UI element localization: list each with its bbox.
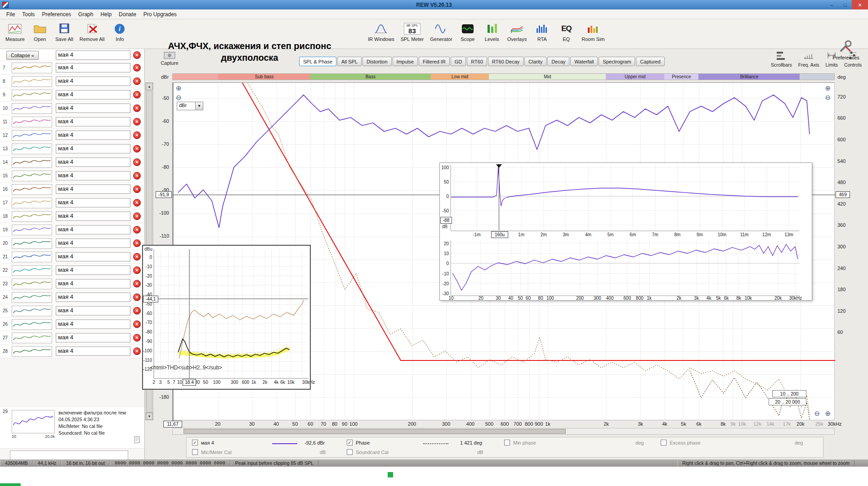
menu-item[interactable]: Tools	[18, 10, 38, 18]
delete-measurement-button[interactable]: ×	[133, 64, 141, 72]
measurement-visible-checkbox[interactable]: ✓	[192, 440, 198, 446]
measurement-name-field[interactable]: мая 4	[56, 144, 130, 153]
graph-tab[interactable]: Decay	[547, 57, 569, 66]
menu-item[interactable]: Graph	[75, 10, 97, 18]
measurement-name-field[interactable]: мая 4	[56, 279, 130, 288]
delete-measurement-button[interactable]: ×	[133, 51, 141, 59]
measurement-row-expanded[interactable]: 29 20 20,0k включение фильтра после тем …	[0, 407, 145, 449]
graph-tab[interactable]: RT60	[467, 57, 487, 66]
zoom-in-icon[interactable]: ⊕	[176, 85, 182, 92]
measurement-row[interactable]: 10 мая 4 ×	[0, 102, 144, 115]
zoom-out-icon[interactable]: ⊖	[825, 94, 831, 101]
save-all-button[interactable]: Save All	[53, 20, 76, 43]
generator-button[interactable]: Generator	[427, 20, 455, 43]
remove-all-button[interactable]: Remove All	[77, 20, 107, 43]
zoom-out-icon[interactable]: ⊖	[814, 410, 820, 417]
limits-button[interactable]: Limits	[825, 50, 837, 68]
measurement-row[interactable]: 18 мая 4 ×	[0, 210, 144, 223]
zoom-in-icon[interactable]: ⊕	[825, 85, 831, 92]
graph-tab[interactable]: GD	[451, 57, 466, 66]
measurement-name-field[interactable]: мая 4	[56, 90, 130, 99]
measurement-name-field[interactable]: мая 4	[56, 238, 130, 248]
capture-button[interactable]: Capture	[157, 51, 182, 66]
measurement-row[interactable]: 19 мая 4 ×	[0, 223, 144, 237]
delete-measurement-button[interactable]: ×	[133, 266, 141, 274]
frequency-range-box[interactable]: 10 .. 200	[772, 390, 806, 397]
graph-tab[interactable]: Impulse	[393, 57, 418, 66]
delete-measurement-button[interactable]: ×	[133, 158, 141, 166]
ir-windows-button[interactable]: IR Windows	[365, 20, 397, 43]
measurement-row[interactable]: 17 мая 4 ×	[0, 196, 144, 210]
graph-tab[interactable]: Captured	[636, 57, 664, 66]
measurement-notes-box[interactable]	[10, 450, 128, 459]
scroll-up-arrow[interactable]: ▲	[146, 83, 153, 90]
measurement-row[interactable]: 28 мая 4 ×	[0, 345, 144, 358]
measurement-row[interactable]: 21 мая 4 ×	[0, 250, 144, 264]
min-phase-checkbox[interactable]	[504, 440, 510, 446]
measurement-name-field[interactable]: мая 4	[56, 320, 130, 329]
menu-item[interactable]: Donate	[115, 10, 140, 18]
measurement-name-field[interactable]: мая 4	[56, 212, 130, 221]
title-bar[interactable]: REW V5.20.13 – □ ×	[0, 0, 868, 9]
delete-measurement-button[interactable]: ×	[133, 307, 141, 315]
excess-phase-checkbox[interactable]	[661, 440, 667, 446]
measurement-row[interactable]: 22 мая 4 ×	[0, 264, 144, 277]
measurement-row[interactable]: 27 мая 4 ×	[0, 331, 144, 345]
horizontal-scroll-thumb[interactable]	[183, 429, 566, 434]
graph-tab[interactable]: Distortion	[362, 57, 391, 66]
phase-visible-checkbox[interactable]: ✓	[347, 440, 353, 446]
measurement-name-field[interactable]: мая 4	[56, 158, 130, 167]
measurement-name-field[interactable]: мая 4	[56, 252, 130, 261]
delete-measurement-button[interactable]: ×	[133, 293, 141, 301]
delete-measurement-button[interactable]: ×	[133, 199, 141, 207]
measurement-row[interactable]: 13 мая 4 ×	[0, 142, 144, 156]
graph-tab[interactable]: SPL & Phase	[299, 57, 336, 66]
graph-tab[interactable]: RT60 Decay	[488, 57, 523, 66]
thd-inset[interactable]: dBu 0-10-20-30-40-50-60-70-80-90-100-110…	[142, 245, 311, 390]
delete-measurement-button[interactable]: ×	[133, 347, 141, 355]
controls-button[interactable]: Controls	[844, 50, 862, 68]
open-button[interactable]: Open	[28, 20, 52, 43]
delete-measurement-button[interactable]: ×	[133, 77, 141, 85]
impulse-response-inset[interactable]: 100500-50 dB -88 -1m1m2m3m4m5m6m7m8m9m10…	[439, 162, 812, 301]
graph-tab[interactable]: Clarity	[524, 57, 546, 66]
overlays-button[interactable]: Overlays	[505, 20, 529, 43]
measurement-row[interactable]: 14 мая 4 ×	[0, 156, 144, 169]
delete-measurement-button[interactable]: ×	[133, 172, 141, 180]
measurement-row[interactable]: 8 мая 4 ×	[0, 75, 144, 88]
measurement-name-field[interactable]: мая 4	[56, 225, 130, 234]
level-range-box[interactable]: 20 .. 20 000	[769, 398, 806, 405]
collapse-panel-button[interactable]: Collapse «	[6, 51, 39, 60]
measurement-row[interactable]: 11 мая 4 ×	[0, 115, 144, 129]
eq-button[interactable]: EQ EQ	[555, 20, 578, 43]
measurement-name-field[interactable]: мая 4	[56, 198, 130, 207]
delete-measurement-button[interactable]: ×	[133, 253, 141, 261]
levels-button[interactable]: Levels	[480, 20, 504, 43]
measurement-row[interactable]: 26 мая 4 ×	[0, 318, 144, 331]
measurement-name-field[interactable]: мая 4	[56, 50, 130, 60]
rta-button[interactable]: RTA	[530, 20, 554, 43]
delete-measurement-button[interactable]: ×	[133, 185, 141, 193]
vertical-axis-unit-selector[interactable]: dBr ▼	[177, 102, 203, 110]
menu-item[interactable]: Help	[97, 10, 115, 18]
measurement-name-field[interactable]: мая 4	[56, 63, 130, 72]
delete-measurement-button[interactable]: ×	[133, 239, 141, 247]
measurement-name-field[interactable]: мая 4	[56, 76, 130, 86]
delete-measurement-button[interactable]: ×	[133, 145, 141, 153]
delete-measurement-button[interactable]: ×	[133, 226, 141, 234]
graph-tab[interactable]: Spectrogram	[599, 57, 635, 66]
measurement-name-field[interactable]: мая 4	[56, 292, 130, 302]
measurement-row[interactable]: 25 мая 4 ×	[0, 304, 144, 318]
freq-axis-button[interactable]: Freq. Axis	[798, 50, 819, 68]
delete-measurement-button[interactable]: ×	[133, 320, 141, 328]
measurement-name-field[interactable]: мая 4	[56, 266, 130, 275]
spl-meter-button[interactable]: dB SPL83 SPL Meter	[398, 20, 427, 43]
measurement-name-field[interactable]: мая 4	[56, 117, 130, 126]
measurement-name-field[interactable]: мая 4	[56, 104, 130, 113]
close-button[interactable]: ×	[852, 0, 868, 9]
minimize-button[interactable]: –	[825, 0, 838, 9]
scrollbars-button[interactable]: Scrollbars	[771, 50, 792, 68]
measurement-name-field[interactable]: мая 4	[56, 346, 130, 356]
delete-measurement-button[interactable]: ×	[133, 212, 141, 220]
zoom-out-icon[interactable]: ⊖	[176, 94, 182, 101]
